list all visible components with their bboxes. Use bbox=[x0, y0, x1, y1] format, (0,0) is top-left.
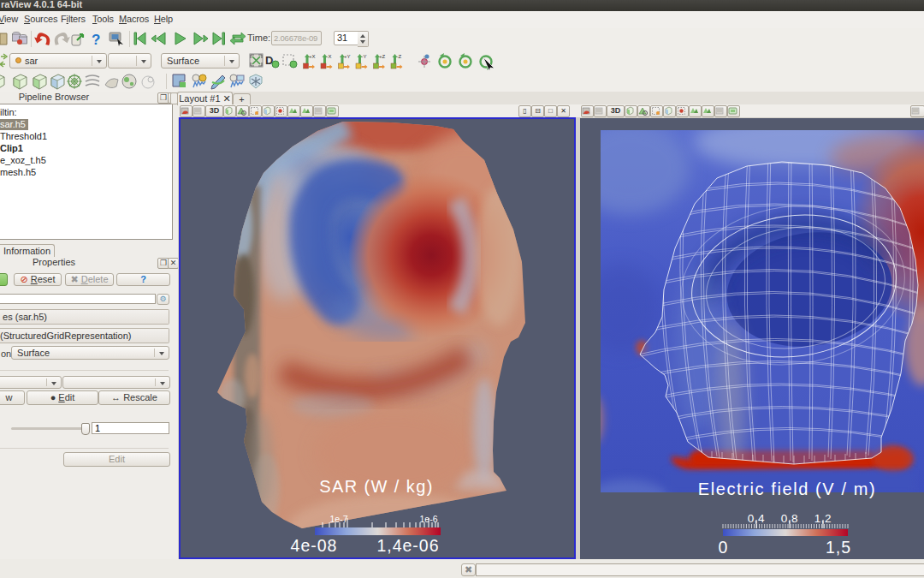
svg-text:-Y: -Y bbox=[362, 54, 367, 59]
svg-text:1,4e-06: 1,4e-06 bbox=[376, 536, 439, 555]
svg-text:0,4: 0,4 bbox=[748, 512, 765, 525]
svg-text:?: ? bbox=[92, 32, 100, 48]
svg-text:+Y: +Y bbox=[344, 54, 351, 59]
svg-text:-X: -X bbox=[327, 54, 332, 59]
svg-text:1,2: 1,2 bbox=[814, 512, 832, 525]
svg-text:1,5: 1,5 bbox=[826, 538, 851, 557]
svg-text:-Z: -Z bbox=[397, 54, 402, 59]
svg-text:1e-6: 1e-6 bbox=[419, 514, 437, 524]
svg-text:0: 0 bbox=[719, 538, 728, 557]
svg-text:+X: +X bbox=[309, 54, 316, 59]
svg-text:1e-7: 1e-7 bbox=[329, 514, 347, 524]
svg-text:0,8: 0,8 bbox=[781, 512, 798, 525]
svg-text:SAR (W / kg): SAR (W / kg) bbox=[319, 477, 433, 496]
svg-text:4e-08: 4e-08 bbox=[291, 536, 338, 555]
svg-text:+Z: +Z bbox=[379, 54, 386, 59]
svg-text:Electric field (V / m): Electric field (V / m) bbox=[698, 480, 877, 498]
